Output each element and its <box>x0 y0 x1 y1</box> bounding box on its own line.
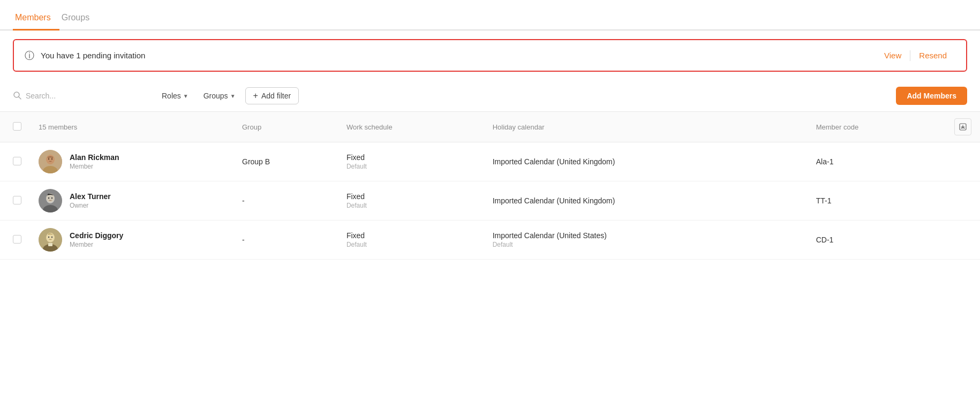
header-member-count: 15 members <box>30 112 233 142</box>
add-filter-button[interactable]: + Add filter <box>245 87 299 104</box>
table-row: Alan Rickman Member Group B Fixed Defaul… <box>0 142 980 181</box>
member-code-cell: TT-1 <box>808 181 946 221</box>
plus-icon: + <box>253 91 258 101</box>
header-member-code: Member code <box>808 112 946 142</box>
member-count-label: 15 members <box>39 123 77 131</box>
calendar-name: Imported Calendar (United Kingdom) <box>493 196 799 205</box>
svg-point-14 <box>51 198 52 199</box>
toolbar: Roles ▼ Groups ▼ + Add filter Add Member… <box>0 80 980 111</box>
row-checkbox-cell <box>0 142 30 181</box>
roles-filter-button[interactable]: Roles ▼ <box>156 88 194 103</box>
search-icon <box>13 91 21 101</box>
select-all-checkbox[interactable] <box>13 122 21 131</box>
row-actions-cell <box>946 181 980 221</box>
svg-line-1 <box>19 97 21 99</box>
row-checkbox-cell <box>0 221 30 260</box>
member-group-cell: - <box>233 221 338 260</box>
row-checkbox[interactable] <box>13 235 21 244</box>
groups-label: Groups <box>203 92 228 100</box>
member-name: Cedric Diggory <box>70 231 123 240</box>
table-header-row: 15 members Group Work schedule Holiday c… <box>0 112 980 142</box>
schedule-default: Default <box>346 202 476 209</box>
member-name-cell: Alan Rickman Member <box>30 142 233 181</box>
member-calendar-cell: Imported Calendar (United States) Defaul… <box>484 221 808 260</box>
member-info: Cedric Diggory Member <box>70 231 123 248</box>
notification-text: You have 1 pending invitation <box>41 51 869 60</box>
member-calendar-cell: Imported Calendar (United Kingdom) <box>484 181 808 221</box>
roles-label: Roles <box>162 92 181 100</box>
tab-groups[interactable]: Groups <box>59 9 98 31</box>
member-schedule-cell: Fixed Default <box>338 181 484 221</box>
schedule-type: Fixed <box>346 153 476 162</box>
member-code-cell: CD-1 <box>808 221 946 260</box>
schedule-type: Fixed <box>346 231 476 240</box>
notification-banner: ⓘ You have 1 pending invitation View Res… <box>13 39 967 72</box>
header-holiday-calendar: Holiday calendar <box>484 112 808 142</box>
notification-actions: View Resend <box>876 49 955 62</box>
member-schedule-cell: Fixed Default <box>338 142 484 181</box>
svg-point-7 <box>48 158 49 159</box>
info-icon: ⓘ <box>25 49 34 62</box>
calendar-default: Default <box>493 241 799 248</box>
row-actions-cell <box>946 221 980 260</box>
header-actions <box>946 112 980 142</box>
add-members-button[interactable]: Add Members <box>896 87 967 105</box>
header-checkbox-col <box>0 112 30 142</box>
svg-point-19 <box>48 237 49 238</box>
groups-chevron-icon: ▼ <box>230 93 236 99</box>
resend-button[interactable]: Resend <box>910 49 955 62</box>
svg-point-20 <box>51 237 52 238</box>
avatar <box>39 189 62 212</box>
search-input[interactable] <box>26 92 152 100</box>
roles-chevron-icon: ▼ <box>183 93 189 99</box>
member-code-cell: Ala-1 <box>808 142 946 181</box>
row-actions-cell <box>946 142 980 181</box>
avatar <box>39 228 62 252</box>
export-button[interactable] <box>954 118 971 135</box>
avatar <box>39 150 62 173</box>
groups-filter-button[interactable]: Groups ▼ <box>198 88 241 103</box>
member-name: Alan Rickman <box>70 153 119 162</box>
search-wrapper <box>13 91 152 101</box>
member-code: CD-1 <box>816 236 834 244</box>
member-name-cell: Cedric Diggory Member <box>30 221 233 260</box>
schedule-type: Fixed <box>346 192 476 201</box>
members-table: 15 members Group Work schedule Holiday c… <box>0 111 980 260</box>
svg-point-13 <box>48 198 49 199</box>
row-checkbox-cell <box>0 181 30 221</box>
table-row: Alex Turner Owner - Fixed Default Import… <box>0 181 980 221</box>
svg-rect-21 <box>48 243 52 246</box>
svg-point-8 <box>51 158 52 159</box>
calendar-name: Imported Calendar (United States) <box>493 231 799 240</box>
calendar-name: Imported Calendar (United Kingdom) <box>493 157 799 166</box>
svg-point-6 <box>46 155 55 164</box>
view-button[interactable]: View <box>876 49 910 62</box>
member-group-cell: Group B <box>233 142 338 181</box>
header-work-schedule: Work schedule <box>338 112 484 142</box>
member-schedule-cell: Fixed Default <box>338 221 484 260</box>
member-info: Alan Rickman Member <box>70 153 119 170</box>
member-name-cell: Alex Turner Owner <box>30 181 233 221</box>
member-code: TT-1 <box>816 196 832 205</box>
member-role: Member <box>70 241 123 248</box>
member-calendar-cell: Imported Calendar (United Kingdom) <box>484 142 808 181</box>
member-name: Alex Turner <box>70 192 111 201</box>
schedule-default: Default <box>346 163 476 170</box>
header-group: Group <box>233 112 338 142</box>
member-code: Ala-1 <box>816 157 834 166</box>
schedule-default: Default <box>346 241 476 248</box>
table-row: Cedric Diggory Member - Fixed Default Im… <box>0 221 980 260</box>
member-role: Owner <box>70 202 111 209</box>
add-filter-label: Add filter <box>261 92 291 100</box>
member-info: Alex Turner Owner <box>70 192 111 209</box>
tab-members[interactable]: Members <box>13 9 59 31</box>
row-checkbox[interactable] <box>13 196 21 204</box>
member-role: Member <box>70 163 119 170</box>
member-group-cell: - <box>233 181 338 221</box>
tabs-bar: Members Groups <box>0 0 980 31</box>
row-checkbox[interactable] <box>13 157 21 165</box>
